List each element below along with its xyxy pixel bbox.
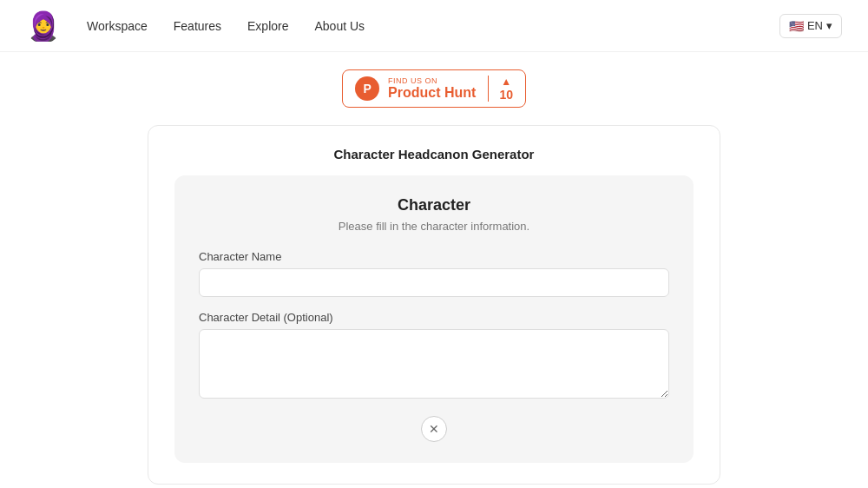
character-name-label: Character Name xyxy=(199,250,669,263)
nav-item-explore[interactable]: Explore xyxy=(247,19,288,33)
main-card: Character Headcanon Generator Character … xyxy=(148,125,720,485)
character-name-field-group: Character Name xyxy=(199,250,669,297)
character-detail-label: Character Detail (Optional) xyxy=(199,311,669,324)
nav-item-about-us[interactable]: About Us xyxy=(315,19,365,33)
lang-code: EN xyxy=(807,19,823,32)
ph-find-us-label: FIND US ON xyxy=(388,76,476,85)
nav-item-features[interactable]: Features xyxy=(174,19,221,33)
form-card-subtitle: Please fill in the character information… xyxy=(199,220,669,233)
ph-product-hunt-title: Product Hunt xyxy=(388,85,476,101)
ph-logo: P xyxy=(355,76,379,101)
close-icon: ✕ xyxy=(429,422,439,436)
character-detail-textarea[interactable] xyxy=(199,329,669,399)
card-title: Character Headcanon Generator xyxy=(174,147,694,162)
main-nav: Workspace Features Explore About Us xyxy=(87,19,779,33)
ph-upvote-arrow-icon: ▲ xyxy=(501,76,511,88)
chevron-down-icon: ▾ xyxy=(826,19,832,32)
flag-icon: 🇺🇸 xyxy=(789,19,804,33)
ph-vote-group: ▲ 10 xyxy=(488,76,513,102)
form-card: Character Please fill in the character i… xyxy=(174,175,694,463)
logo[interactable]: 🧕 xyxy=(26,9,61,43)
logo-emoji: 🧕 xyxy=(26,9,61,43)
ph-text-group: FIND US ON Product Hunt xyxy=(388,76,476,101)
ph-vote-count: 10 xyxy=(499,88,513,102)
product-hunt-badge[interactable]: P FIND US ON Product Hunt ▲ 10 xyxy=(342,69,526,108)
character-detail-field-group: Character Detail (Optional) xyxy=(199,311,669,402)
form-card-title: Character xyxy=(199,196,669,214)
nav-item-workspace[interactable]: Workspace xyxy=(87,19,148,33)
close-button[interactable]: ✕ xyxy=(421,416,447,442)
language-selector[interactable]: 🇺🇸 EN ▾ xyxy=(779,14,842,38)
character-name-input[interactable] xyxy=(199,268,669,297)
